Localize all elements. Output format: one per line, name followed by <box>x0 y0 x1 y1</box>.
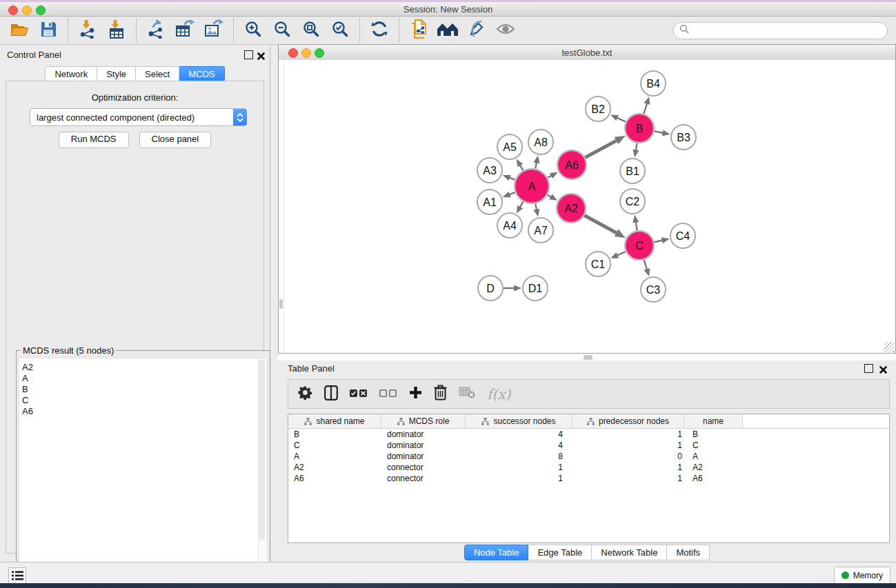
window-resize-grip[interactable] <box>884 342 895 352</box>
import-network-button[interactable] <box>77 19 98 41</box>
tab-node-table[interactable]: Node Table <box>464 545 529 560</box>
task-history-button[interactable] <box>8 567 26 584</box>
network-graph[interactable]: AA1A2A3A4A5A6A7A8BB1B2B3B4CC1C2C3C4DD1 <box>279 60 895 353</box>
network-from-document-button[interactable] <box>408 19 429 41</box>
graph-edge[interactable] <box>585 140 617 157</box>
float-panel-icon[interactable] <box>244 50 253 59</box>
result-list-item[interactable]: A6 <box>22 406 258 417</box>
table-cell[interactable]: 1 <box>573 440 684 450</box>
table-cell[interactable]: B <box>684 429 743 439</box>
table-float-panel-icon[interactable] <box>864 364 873 373</box>
delete-row-button[interactable] <box>434 385 447 403</box>
table-row[interactable]: A6connector11A6 <box>288 473 889 484</box>
table-cell[interactable]: 0 <box>573 452 684 461</box>
tab-network-table[interactable]: Network Table <box>592 545 667 560</box>
tab-mcds[interactable]: MCDS <box>179 66 224 82</box>
refresh-button[interactable] <box>369 19 390 41</box>
zoom-fit-button[interactable] <box>301 19 321 41</box>
tab-select[interactable]: Select <box>136 66 179 82</box>
result-list-item[interactable]: A <box>22 373 258 384</box>
table-cell[interactable]: 1 <box>573 474 684 483</box>
network-canvas[interactable]: AA1A2A3A4A5A6A7A8BB1B2B3B4CC1C2C3C4DD1 <box>279 60 895 353</box>
table-cell[interactable]: 4 <box>466 440 573 450</box>
result-list-item[interactable]: B <box>22 384 258 395</box>
table-row[interactable]: Cdominator41C <box>288 440 889 451</box>
column-header-successor-nodes[interactable]: successor nodes <box>466 414 573 428</box>
table-cell[interactable]: A <box>288 452 381 461</box>
show-graphics-details-button[interactable] <box>495 19 516 41</box>
table-cell[interactable]: C <box>288 440 381 450</box>
table-cell[interactable]: A2 <box>684 463 743 472</box>
table-close-panel-icon[interactable] <box>879 364 887 372</box>
table-cell[interactable]: dominator <box>381 429 466 439</box>
table-cell[interactable]: 1 <box>466 463 573 472</box>
run-mcds-button[interactable]: Run MCDS <box>59 132 129 148</box>
zoom-in-button[interactable] <box>243 19 263 41</box>
table-cell[interactable]: connector <box>381 463 466 472</box>
table-cell[interactable]: B <box>288 429 381 439</box>
graph-edge[interactable] <box>644 103 647 114</box>
export-image-button[interactable] <box>203 19 224 41</box>
graph-edge[interactable] <box>655 131 664 133</box>
tab-style[interactable]: Style <box>97 66 136 82</box>
table-cell[interactable]: A <box>684 452 743 461</box>
graph-edge[interactable] <box>616 117 626 121</box>
tab-edge-table[interactable]: Edge Table <box>528 545 592 560</box>
memory-button[interactable]: Memory <box>834 567 890 584</box>
export-table-button[interactable] <box>175 19 195 41</box>
graph-edge[interactable] <box>644 260 648 270</box>
zoom-out-button[interactable] <box>272 19 292 41</box>
hide-labels-button[interactable] <box>466 19 487 41</box>
table-cell[interactable]: C <box>684 440 743 450</box>
table-cell[interactable]: connector <box>381 474 466 483</box>
graph-edge[interactable] <box>635 221 637 231</box>
table-row[interactable]: Bdominator41B <box>288 429 889 440</box>
graph-edge[interactable] <box>584 216 617 234</box>
table-cell[interactable]: 1 <box>466 474 573 483</box>
table-cell[interactable]: A6 <box>288 474 381 483</box>
result-list-item[interactable]: C <box>22 395 258 406</box>
criterion-dropdown[interactable]: largest connected component (directed) <box>30 108 247 126</box>
network-hscroll-thumb[interactable] <box>584 355 593 360</box>
tab-motifs[interactable]: Motifs <box>667 545 710 560</box>
network-vertical-scrollbar[interactable] <box>279 60 284 353</box>
column-header-mcds-role[interactable]: MCDS role <box>381 414 466 428</box>
table-cell[interactable]: dominator <box>381 452 466 461</box>
column-header-name[interactable]: name <box>684 414 743 428</box>
network-window-titlebar[interactable]: testGlobe.txt <box>279 45 895 61</box>
column-header-shared-name[interactable]: shared name <box>288 414 381 428</box>
tab-network[interactable]: Network <box>45 66 97 82</box>
table-cell[interactable]: dominator <box>381 440 466 450</box>
import-table-button[interactable] <box>106 19 127 41</box>
column-header-predecessor-nodes[interactable]: predecessor nodes <box>573 414 684 428</box>
function-builder-button[interactable]: f(x) <box>487 386 510 403</box>
result-scrollbar-thumb[interactable] <box>259 360 265 540</box>
home-button[interactable] <box>437 19 458 41</box>
delete-table-button[interactable] <box>459 387 475 401</box>
table-cell[interactable]: A2 <box>288 463 381 472</box>
add-row-button[interactable] <box>409 386 422 402</box>
table-columns-button[interactable] <box>324 385 338 403</box>
table-row[interactable]: A2connector11A2 <box>288 462 889 473</box>
table-row[interactable]: Adominator80A <box>288 451 889 462</box>
table-cell[interactable]: 1 <box>573 463 684 472</box>
deselect-all-rows-button[interactable] <box>379 388 397 401</box>
open-session-button[interactable] <box>9 19 30 41</box>
search-input[interactable] <box>689 25 882 36</box>
select-all-rows-button[interactable] <box>350 388 368 401</box>
table-cell[interactable]: 4 <box>466 429 573 439</box>
toolbar-search[interactable] <box>673 22 888 39</box>
table-cell[interactable]: A6 <box>684 474 743 483</box>
result-list-item[interactable]: A2 <box>22 362 258 373</box>
table-cell[interactable]: 1 <box>573 429 684 439</box>
close-panel-button[interactable]: Close panel <box>139 132 212 148</box>
export-network-button[interactable] <box>146 19 166 41</box>
graph-edge[interactable] <box>654 240 663 242</box>
close-panel-icon[interactable] <box>257 50 265 58</box>
zoom-selected-button[interactable] <box>330 19 350 41</box>
table-cell[interactable]: 8 <box>466 452 573 461</box>
network-vscroll-thumb[interactable] <box>279 299 283 309</box>
mcds-result-list[interactable]: A2ABCA6 <box>19 358 259 585</box>
save-session-button[interactable] <box>38 19 59 41</box>
graph-edge[interactable] <box>616 252 625 256</box>
